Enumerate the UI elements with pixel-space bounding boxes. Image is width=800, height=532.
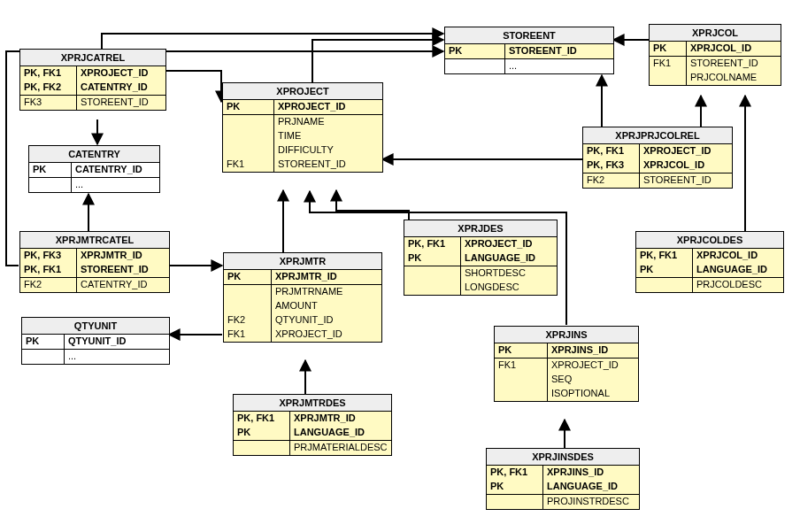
entity-storeent: STOREENTPKSTOREENT_ID... bbox=[444, 27, 614, 74]
key-col bbox=[223, 115, 274, 129]
entity-title: STOREENT bbox=[445, 27, 613, 44]
entity-xprjcatrel: XPRJCATRELPK, FK1XPROJECT_IDPK, FK2CATEN… bbox=[19, 49, 166, 111]
key-col bbox=[22, 350, 65, 364]
entity-row: AMOUNT bbox=[224, 299, 381, 313]
field-col: STOREENT_ID bbox=[640, 173, 732, 188]
entity-row: FK2QTYUNIT_ID bbox=[224, 313, 381, 328]
field-col: XPRJCOL_ID bbox=[693, 249, 783, 263]
entity-title: XPRJDES bbox=[404, 220, 557, 237]
key-col: PK bbox=[29, 163, 72, 177]
entity-title: XPRJCOL bbox=[650, 25, 781, 42]
entity-row: PKLANGUAGE_ID bbox=[487, 480, 639, 494]
entity-row: PKLANGUAGE_ID bbox=[234, 426, 391, 440]
entity-title: CATENTRY bbox=[29, 146, 159, 163]
entity-row: ... bbox=[22, 350, 169, 364]
field-col: AMOUNT bbox=[272, 299, 381, 313]
entity-title: XPRJPRJCOLREL bbox=[583, 127, 732, 144]
key-col bbox=[29, 178, 72, 192]
field-col: CATENTRY_ID bbox=[72, 163, 159, 177]
entity-row: PKXPRJMTR_ID bbox=[224, 270, 381, 284]
key-col: PK, FK1 bbox=[583, 144, 640, 158]
key-col bbox=[487, 495, 543, 509]
entity-row: PKSTOREENT_ID bbox=[445, 44, 613, 58]
key-col: FK1 bbox=[495, 359, 548, 373]
field-col: XPROJECT_ID bbox=[461, 237, 557, 251]
entity-xprjins: XPRJINSPKXPRJINS_IDFK1XPROJECT_IDSEQISOP… bbox=[494, 326, 639, 402]
field-col: QTYUNIT_ID bbox=[65, 335, 169, 349]
entity-row: PK, FK1XPROJECT_ID bbox=[20, 66, 165, 81]
entity-xprjmtrcatel: XPRJMTRCATELPK, FK3XPRJMTR_IDPK, FK1STOR… bbox=[19, 231, 170, 293]
key-col: PK, FK1 bbox=[20, 66, 77, 81]
entity-row: PK, FK1XPROJECT_ID bbox=[583, 144, 732, 158]
field-col: XPRJINS_ID bbox=[543, 466, 639, 480]
erd-canvas: STOREENTPKSTOREENT_ID...XPRJCOLPKXPRJCOL… bbox=[0, 0, 800, 532]
field-col: XPROJECT_ID bbox=[640, 144, 732, 158]
entity-row: FK2STOREENT_ID bbox=[583, 173, 732, 188]
entity-row: PRJMATERIALDESC bbox=[234, 441, 391, 455]
field-col: DIFFICULTY bbox=[274, 143, 382, 158]
entity-xprjdes: XPRJDESPK, FK1XPROJECT_IDPKLANGUAGE_IDSH… bbox=[404, 220, 558, 296]
entity-row: FK2CATENTRY_ID bbox=[20, 278, 169, 292]
entity-row: PK, FK1XPRJINS_ID bbox=[487, 466, 639, 480]
field-col: PRJCOLNAME bbox=[687, 71, 781, 85]
connector-xprjdes-to-xproject bbox=[336, 190, 409, 220]
connector-xprjcatrel-to-xproject bbox=[165, 71, 221, 102]
entity-row: FK1STOREENT_ID bbox=[223, 158, 382, 172]
entity-row: PRJNAME bbox=[223, 115, 382, 129]
entity-row: PK, FK3XPRJMTR_ID bbox=[20, 249, 169, 263]
key-col: PK bbox=[234, 426, 290, 440]
connector-xproject-to-storeent bbox=[312, 40, 443, 82]
field-col: STOREENT_ID bbox=[77, 96, 165, 110]
entity-row: LONGDESC bbox=[404, 281, 557, 295]
field-col: XPRJCOL_ID bbox=[640, 158, 732, 173]
entity-row: PKXPROJECT_ID bbox=[223, 100, 382, 114]
entity-title: XPRJINSDES bbox=[487, 449, 639, 466]
key-col: FK1 bbox=[223, 158, 274, 172]
entity-row: DIFFICULTY bbox=[223, 143, 382, 158]
entity-xprjprjcolrel: XPRJPRJCOLRELPK, FK1XPROJECT_IDPK, FK3XP… bbox=[582, 127, 733, 189]
entity-row: PROJINSTRDESC bbox=[487, 495, 639, 509]
field-col: SEQ bbox=[548, 373, 638, 387]
key-col: FK2 bbox=[583, 173, 640, 188]
entity-title: XPRJCOLDES bbox=[636, 232, 783, 249]
key-col: FK1 bbox=[224, 328, 272, 342]
field-col: STOREENT_ID bbox=[505, 44, 613, 58]
entity-row: SEQ bbox=[495, 373, 638, 387]
field-col: XPROJECT_ID bbox=[548, 359, 638, 373]
field-col: SHORTDESC bbox=[461, 266, 557, 281]
field-col: LANGUAGE_ID bbox=[461, 251, 557, 266]
entity-row: PK, FK1STOREENT_ID bbox=[20, 263, 169, 277]
field-col: PROJINSTRDESC bbox=[543, 495, 639, 509]
key-col: PK, FK1 bbox=[404, 237, 461, 251]
entity-qtyunit: QTYUNITPKQTYUNIT_ID... bbox=[21, 317, 170, 365]
field-col: QTYUNIT_ID bbox=[272, 313, 381, 328]
entity-title: QTYUNIT bbox=[22, 318, 169, 335]
field-col: STOREENT_ID bbox=[687, 57, 781, 71]
entity-row: PK, FK1XPROJECT_ID bbox=[404, 237, 557, 251]
key-col bbox=[650, 71, 687, 85]
key-col: PK bbox=[224, 270, 272, 284]
entity-xprjcoldes: XPRJCOLDESPK, FK1XPRJCOL_IDPKLANGUAGE_ID… bbox=[635, 231, 784, 293]
entity-row: FK1XPROJECT_ID bbox=[495, 359, 638, 373]
key-col bbox=[223, 129, 274, 143]
key-col: PK, FK1 bbox=[234, 412, 290, 426]
field-col: STOREENT_ID bbox=[274, 158, 382, 172]
field-col: CATENTRY_ID bbox=[77, 81, 165, 95]
key-col: PK bbox=[636, 263, 693, 277]
entity-title: XPROJECT bbox=[223, 83, 382, 100]
entity-row: PRJCOLNAME bbox=[650, 71, 781, 85]
entity-xprjcol: XPRJCOLPKXPRJCOL_IDFK1STOREENT_IDPRJCOLN… bbox=[649, 24, 781, 86]
key-col: PK bbox=[495, 343, 548, 358]
entity-row: FK1XPROJECT_ID bbox=[224, 328, 381, 342]
entity-row: PKQTYUNIT_ID bbox=[22, 335, 169, 349]
field-col: XPRJMTR_ID bbox=[290, 412, 391, 426]
key-col: PK bbox=[487, 480, 543, 494]
field-col: PRJMTRNAME bbox=[272, 285, 381, 299]
key-col: FK2 bbox=[224, 313, 272, 328]
entity-row: TIME bbox=[223, 129, 382, 143]
entity-row: PK, FK1XPRJMTR_ID bbox=[234, 412, 391, 426]
entity-row: PKXPRJCOL_ID bbox=[650, 42, 781, 56]
key-col: PK, FK2 bbox=[20, 81, 77, 95]
entity-row: FK1STOREENT_ID bbox=[650, 57, 781, 71]
entity-row: PK, FK1XPRJCOL_ID bbox=[636, 249, 783, 263]
